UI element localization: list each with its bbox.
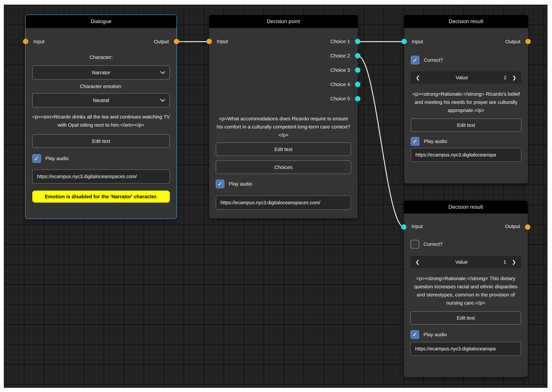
edit-text-button[interactable]: Edit text [411, 119, 521, 132]
choice-3-label: Choice 3 [330, 67, 350, 73]
chevron-down-icon [160, 71, 165, 74]
chevron-left-icon[interactable]: ❮ [416, 75, 420, 81]
input-port[interactable] [402, 39, 407, 44]
choices-button[interactable]: Choices [216, 161, 351, 174]
node-title: Dialogue [91, 19, 112, 24]
input-port[interactable] [401, 224, 406, 230]
output-port[interactable] [174, 39, 179, 44]
check-icon: ✓ [34, 155, 39, 162]
value-stepper[interactable]: ❮ Value 2 ❯ [411, 71, 521, 84]
input-port-label: Input [411, 224, 423, 229]
emotion-warning-banner: Emotion is disabled for the 'Narrator' c… [32, 191, 170, 203]
choice-2-port[interactable] [355, 53, 360, 58]
chevron-right-icon[interactable]: ❯ [512, 259, 516, 265]
node-decision-result-1[interactable]: Decision result Input Output ✓ Correct? … [404, 15, 528, 183]
rationale-text: <p><strong>Rationale:</strong> This diet… [404, 274, 528, 307]
chevron-down-icon [160, 99, 165, 102]
play-audio-label: Play audio [45, 156, 69, 161]
node-title-bar[interactable]: Decision result [404, 15, 528, 28]
check-icon: ✓ [412, 138, 418, 145]
play-audio-checkbox[interactable]: ✓ [216, 180, 225, 188]
check-icon: ✓ [218, 181, 223, 187]
audio-url-input[interactable]: https://ecampus.nyc3.digitaloceanspa [411, 148, 521, 162]
node-decision-result-2[interactable]: Decision result Input Output ✓ Correct? … [404, 201, 528, 377]
emotion-select-value: Neutral [33, 98, 170, 103]
output-port[interactable] [525, 39, 531, 44]
play-audio-checkbox[interactable]: ✓ [411, 137, 419, 146]
edit-text-button[interactable]: Edit text [216, 142, 351, 156]
choice-4-label: Choice 4 [330, 81, 350, 88]
node-title-bar[interactable]: Decision point [209, 15, 358, 28]
choice-5-label: Choice 5 [330, 95, 350, 102]
correct-checkbox[interactable]: ✓ [410, 240, 419, 249]
input-port-label: Input [412, 39, 423, 44]
character-select[interactable]: Narrator [32, 65, 170, 80]
audio-url-input[interactable]: https://ecampus.nyc3.digitaloceanspa [410, 342, 521, 356]
play-audio-label: Play audio [424, 332, 447, 337]
choice-2-label: Choice 2 [330, 52, 350, 59]
audio-url-input[interactable]: https://ecampus.nyc3.digitaloceanspaces.… [216, 196, 351, 210]
chevron-left-icon[interactable]: ❮ [416, 259, 420, 265]
edit-text-button[interactable]: Edit text [32, 134, 170, 148]
check-icon: ✓ [412, 57, 418, 63]
node-title-bar[interactable]: Dialogue [26, 15, 177, 28]
check-icon: ✓ [412, 331, 418, 338]
value-number: 2 [504, 75, 507, 80]
dialogue-text: <p><em>Ricardo drinks all the tea and co… [26, 113, 177, 129]
input-port-label: Input [217, 38, 228, 45]
play-audio-checkbox[interactable]: ✓ [32, 154, 41, 163]
emotion-select[interactable]: Neutral [32, 93, 170, 107]
play-audio-label: Play audio [424, 139, 447, 144]
character-label: Character: [26, 54, 177, 61]
choice-1-port[interactable] [355, 39, 360, 44]
output-port-label: Output [154, 39, 169, 44]
choice-5-port[interactable] [355, 96, 360, 101]
value-label: Value [420, 259, 503, 265]
output-port-label: Output [505, 39, 520, 44]
play-audio-label: Play audio [229, 181, 252, 187]
chevron-right-icon[interactable]: ❯ [512, 75, 516, 81]
node-decision-point[interactable]: Decision point Input Choice 1 Choice 2 C… [209, 15, 358, 218]
value-stepper[interactable]: ❮ Value 1 ❯ [410, 256, 521, 268]
edit-text-button[interactable]: Edit text [410, 311, 521, 325]
question-text: <p>What accommodations does Ricardo requ… [209, 114, 358, 139]
rationale-text: <p><strong>Rationale:</strong> Ricardo's… [404, 90, 528, 114]
value-label: Value [420, 75, 504, 80]
choice-1-label: Choice 1 [330, 38, 350, 45]
emotion-label: Character emotion: [26, 83, 177, 90]
choice-4-port[interactable] [355, 82, 360, 87]
choice-3-port[interactable] [355, 67, 360, 73]
node-title: Decision result [448, 204, 483, 210]
input-port[interactable] [206, 39, 212, 44]
correct-checkbox[interactable]: ✓ [411, 56, 419, 64]
value-number: 1 [503, 259, 506, 265]
audio-url-input[interactable]: https://ecampus.nyc3.digitaloceanspaces.… [32, 169, 170, 184]
output-port[interactable] [525, 224, 530, 230]
input-port[interactable] [23, 39, 28, 44]
correct-label: Correct? [424, 241, 443, 247]
node-title: Decision point [267, 19, 300, 24]
character-select-value: Narrator [33, 70, 170, 75]
node-title-bar[interactable]: Decision result [404, 201, 528, 214]
play-audio-checkbox[interactable]: ✓ [410, 330, 419, 339]
output-port-label: Output [505, 224, 520, 229]
node-dialogue[interactable]: Dialogue Input Output Character: Narrato… [26, 15, 177, 218]
correct-label: Correct? [424, 57, 443, 63]
input-port-label: Input [33, 39, 44, 44]
node-title: Decision result [449, 19, 483, 24]
